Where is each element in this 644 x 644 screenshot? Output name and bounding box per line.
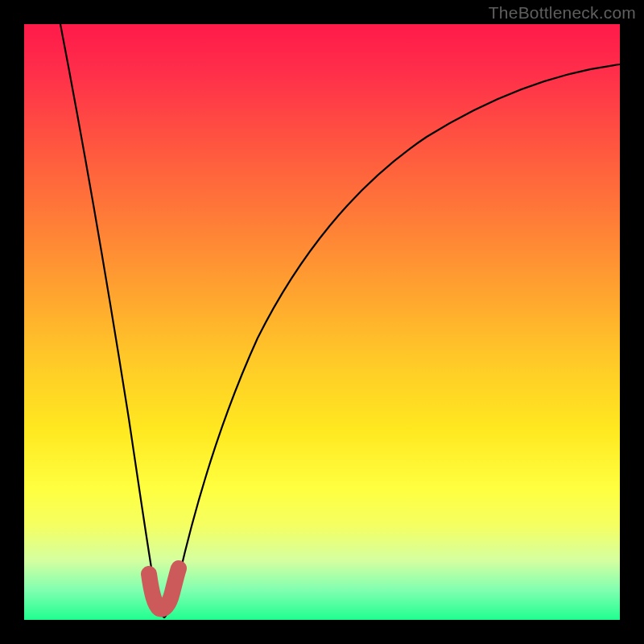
watermark: TheBottleneck.com (489, 3, 636, 23)
bottleneck-curve (24, 24, 620, 620)
plot-area (24, 24, 620, 620)
curve-path (60, 24, 620, 617)
min-marker (149, 568, 179, 609)
